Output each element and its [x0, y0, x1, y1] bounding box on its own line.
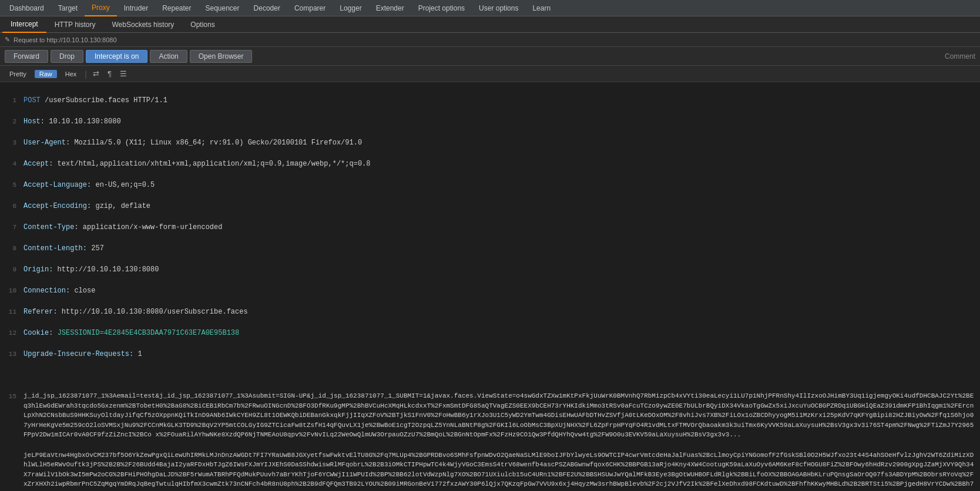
nav-sequencer[interactable]: Sequencer	[199, 0, 247, 16]
nav-intruder[interactable]: Intruder	[117, 0, 155, 16]
line-body-cont: jeLP9EaVtnw4HgbxOvCM237bf5O6YkZewPgxQiLe…	[5, 450, 975, 492]
action-toolbar: Forward Drop Intercept is on Action Open…	[0, 47, 980, 66]
proxy-tabs: Intercept HTTP history WebSockets histor…	[0, 16, 980, 33]
nav-learn[interactable]: Learn	[525, 0, 558, 16]
line-11: 11Referer: http://10.10.10.130:8080/user…	[5, 307, 975, 317]
nav-user-options[interactable]: User options	[472, 0, 525, 16]
line-15: 15j_id_jsp_1623871077_1%3Aemail=test&j_i…	[5, 391, 975, 440]
line-13: 13Upgrade-Insecure-Requests: 1	[5, 349, 975, 359]
tab-http-history[interactable]: HTTP history	[46, 16, 104, 33]
format-pretty[interactable]: Pretty	[5, 70, 31, 78]
nav-target[interactable]: Target	[51, 0, 85, 16]
format-raw[interactable]: Raw	[35, 70, 57, 78]
line-14	[5, 370, 975, 381]
separator: |	[85, 69, 87, 79]
comment-field[interactable]: Comment	[945, 52, 975, 60]
edit-icon: ✎	[5, 36, 10, 43]
open-browser-button[interactable]: Open Browser	[190, 50, 253, 63]
drop-button[interactable]: Drop	[51, 50, 83, 63]
top-navigation: Dashboard Target Proxy Intruder Repeater…	[0, 0, 980, 16]
nav-proxy[interactable]: Proxy	[85, 0, 117, 16]
line-12: 12Cookie: JSESSIONID=4E2845E4CB3DAA7971C…	[5, 328, 975, 338]
line-1: 1POST /userSubscribe.faces HTTP/1.1	[5, 95, 975, 106]
line-10: 10Connection: close	[5, 285, 975, 296]
line-7: 7Content-Type: application/x-www-form-ur…	[5, 222, 975, 233]
line-4: 4Accept: text/html,application/xhtml+xml…	[5, 159, 975, 169]
nav-decoder[interactable]: Decoder	[247, 0, 287, 16]
nav-repeater[interactable]: Repeater	[155, 0, 198, 16]
line-5: 5Accept-Language: en-US,en;q=0.5	[5, 180, 975, 190]
line-2: 2Host: 10.10.10.130:8080	[5, 116, 975, 127]
action-button[interactable]: Action	[150, 50, 187, 63]
nav-logger[interactable]: Logger	[333, 0, 368, 16]
line-6: 6Accept-Encoding: gzip, deflate	[5, 201, 975, 211]
line-3: 3User-Agent: Mozilla/5.0 (X11; Linux x86…	[5, 137, 975, 148]
line-8: 8Content-Length: 257	[5, 243, 975, 254]
forward-button[interactable]: Forward	[5, 50, 48, 63]
tab-websockets-history[interactable]: WebSockets history	[104, 16, 183, 33]
nav-comparer[interactable]: Comparer	[287, 0, 333, 16]
request-content[interactable]: 1POST /userSubscribe.faces HTTP/1.1 2Hos…	[0, 82, 980, 491]
tab-intercept[interactable]: Intercept	[2, 16, 46, 33]
line-9: 9Origin: http://10.10.10.130:8080	[5, 264, 975, 275]
format-hex[interactable]: Hex	[61, 70, 82, 78]
intercept-toggle[interactable]: Intercept is on	[86, 50, 147, 63]
nav-extender[interactable]: Extender	[369, 0, 411, 16]
wrap-icon[interactable]: ⇄	[90, 69, 102, 79]
newline-icon[interactable]: ¶	[105, 69, 114, 79]
tab-options[interactable]: Options	[182, 16, 223, 33]
menu-icon[interactable]: ☰	[118, 69, 129, 79]
request-url: Request to http://10.10.10.130:8080	[14, 36, 117, 43]
nav-project-options[interactable]: Project options	[411, 0, 472, 16]
format-toolbar: Pretty Raw Hex | ⇄ ¶ ☰	[0, 66, 980, 82]
request-info-bar: ✎ Request to http://10.10.10.130:8080	[0, 33, 980, 47]
nav-dashboard[interactable]: Dashboard	[2, 0, 51, 16]
